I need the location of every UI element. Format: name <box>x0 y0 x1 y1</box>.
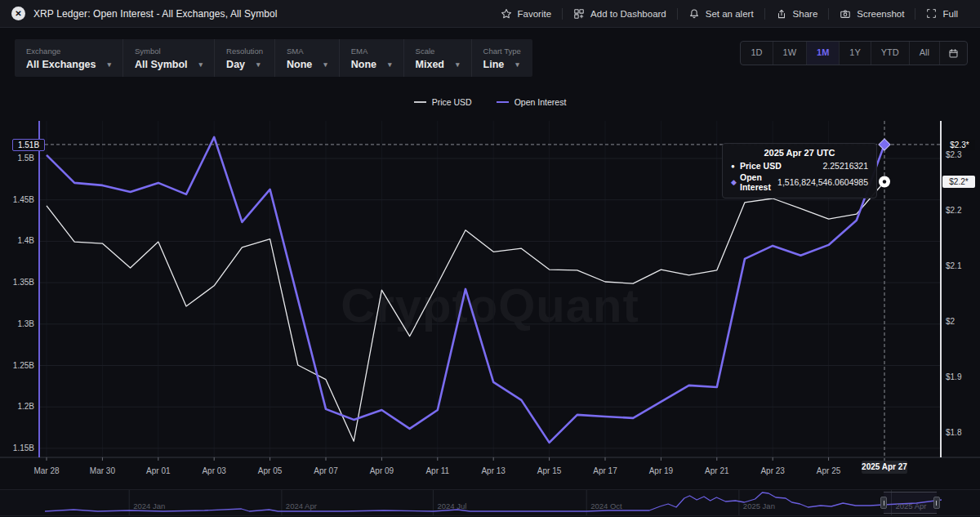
legend-price-usd-label: Price USD <box>432 97 472 107</box>
chevron-down-icon: ▾ <box>199 60 203 69</box>
x-axis-tick-label: Apr 05 <box>246 466 295 475</box>
fullscreen-icon <box>926 8 937 19</box>
symbol-dropdown[interactable]: Symbol All Symbol▾ <box>123 39 215 77</box>
fullscreen-button[interactable]: Full <box>915 8 969 19</box>
chart-settings-toolbar: Exchange All Exchanges▾ Symbol All Symbo… <box>15 39 532 77</box>
x-axis-tick-label: Mar 30 <box>78 466 127 475</box>
tooltip-price-label: Price USD <box>740 161 782 171</box>
range-navigator: 2024 Jan2024 Apr2024 Jul2024 Oct2025 Jan… <box>0 489 980 516</box>
x-axis: Mar 28Mar 30Apr 01Apr 03Apr 05Apr 07Apr … <box>0 466 980 478</box>
header-actions: Favorite Add to Dashboard Set an alert <box>490 8 969 20</box>
chart-legend: Price USD Open Interest <box>0 97 980 107</box>
range-navigator-track[interactable]: 2024 Jan2024 Apr2024 Jul2024 Oct2025 Jan… <box>45 490 942 515</box>
left-axis-tick-label: 1.2B <box>0 402 34 411</box>
right-axis-tick-label: $2 <box>946 317 978 326</box>
screenshot-label: Screenshot <box>857 9 904 19</box>
timeframe-all[interactable]: All <box>910 42 940 65</box>
chevron-down-icon: ▾ <box>323 60 327 69</box>
symbol-value: All Symbol <box>135 59 188 70</box>
open-interest-crosshair-badge: 1.51B <box>12 139 45 151</box>
timeframe-ytd[interactable]: YTD <box>871 42 910 65</box>
chevron-down-icon: ▾ <box>515 60 519 69</box>
sma-dropdown[interactable]: SMA None▾ <box>275 39 340 77</box>
timeframe-1m[interactable]: 1M <box>807 42 840 65</box>
chevron-down-icon: ▾ <box>456 60 460 69</box>
chart-tooltip: 2025 Apr 27 UTC ● Price USD 2.25216321 ◆… <box>722 143 877 198</box>
legend-price-usd[interactable]: Price USD <box>414 97 472 107</box>
cryptoquant-chart-page: ✕ XRP Ledger: Open Interest - All Exchan… <box>0 0 980 517</box>
sma-label: SMA <box>287 47 327 56</box>
page-title: XRP Ledger: Open Interest - All Exchange… <box>33 8 278 20</box>
share-icon <box>776 8 787 20</box>
chevron-down-icon: ▾ <box>256 60 261 69</box>
share-button[interactable]: Share <box>765 8 829 20</box>
left-axis-tick-label: 1.4B <box>0 236 34 245</box>
exchange-value: All Exchanges <box>26 59 96 70</box>
tooltip-open-interest-value: 1,516,824,546.0604985 <box>777 177 868 187</box>
x-axis-tick-label: Apr 19 <box>636 466 685 475</box>
left-axis-tick-label: 1.25B <box>0 361 34 370</box>
tooltip-date: 2025 Apr 27 UTC <box>731 148 868 158</box>
chart-canvas[interactable] <box>0 0 980 517</box>
x-axis-tick-label: Apr 07 <box>301 466 350 475</box>
timeframe-selector: 1D 1W 1M 1Y YTD All <box>740 41 968 65</box>
right-axis-tick-label: $2.2 <box>946 206 978 215</box>
cryptoquant-watermark: CryptoQuant <box>0 278 980 332</box>
x-axis-tick-label: Apr 23 <box>748 466 797 475</box>
fullscreen-label: Full <box>942 9 958 19</box>
x-axis-tick-label: Apr 09 <box>357 466 406 475</box>
right-axis-tick-label: $1.9 <box>946 372 978 381</box>
chart-type-dropdown[interactable]: Chart Type Line▾ <box>472 39 532 77</box>
ema-dropdown[interactable]: EMA None▾ <box>340 39 404 77</box>
scale-dropdown[interactable]: Scale Mixed▾ <box>404 39 472 77</box>
range-sparkline <box>45 490 942 515</box>
x-axis-tick-label: Apr 25 <box>804 466 853 475</box>
exchange-dropdown[interactable]: Exchange All Exchanges▾ <box>15 39 123 77</box>
tooltip-open-interest-label: Open Interest <box>740 172 777 192</box>
open-interest-diamond-icon: ◆ <box>731 178 740 186</box>
range-year-label: 2024 Oct <box>590 501 622 510</box>
add-to-dashboard-button[interactable]: Add to Dashboard <box>563 8 677 20</box>
legend-open-interest-label: Open Interest <box>514 97 567 107</box>
price-last-value-badge: $2.2* <box>942 176 975 188</box>
x-axis-tick-label: Mar 28 <box>22 466 71 475</box>
screenshot-button[interactable]: Screenshot <box>829 8 915 20</box>
set-alert-button[interactable]: Set an alert <box>678 8 764 20</box>
calendar-icon <box>948 48 959 59</box>
range-handle-left[interactable] <box>880 497 887 509</box>
right-axis-tick-label: $2.3 <box>946 150 978 159</box>
chart-type-label: Chart Type <box>483 47 521 56</box>
exchange-label: Exchange <box>26 47 111 56</box>
range-year-label: 2025 Jan <box>743 501 775 510</box>
left-axis-tick-label: 1.35B <box>0 278 34 287</box>
left-axis-tick-label: 1.15B <box>0 443 34 452</box>
chevron-down-icon: ▾ <box>388 60 392 69</box>
favorite-button[interactable]: Favorite <box>490 8 563 20</box>
resolution-dropdown[interactable]: Resolution Day▾ <box>215 39 275 77</box>
range-selection[interactable] <box>884 492 937 514</box>
range-year-label: 2024 Jul <box>437 501 466 510</box>
legend-open-interest[interactable]: Open Interest <box>497 97 567 107</box>
range-handle-right[interactable] <box>933 497 940 509</box>
favorite-label: Favorite <box>518 9 552 19</box>
right-axis-tick-label: $1.8 <box>946 428 978 437</box>
resolution-value: Day <box>226 59 245 70</box>
bell-icon <box>688 8 700 20</box>
x-axis-tick-label: Apr 01 <box>134 466 183 475</box>
share-label: Share <box>793 9 818 19</box>
star-icon <box>501 8 512 20</box>
right-axis-crosshair-badge: $2.3* <box>944 140 975 150</box>
ema-value: None <box>351 59 376 70</box>
x-axis-tick-label: Apr 17 <box>581 466 630 475</box>
price-line-swatch <box>414 101 426 103</box>
camera-icon <box>840 8 851 20</box>
tooltip-price-value: 2.25216321 <box>823 161 868 171</box>
timeframe-1y[interactable]: 1Y <box>840 42 871 65</box>
x-axis-tick-label: Apr 13 <box>469 466 518 475</box>
x-axis-tick-label: Apr 15 <box>525 466 574 475</box>
calendar-button[interactable] <box>940 42 967 65</box>
tooltip-price-row: ● Price USD 2.25216321 <box>731 161 868 171</box>
timeframe-1d[interactable]: 1D <box>741 42 773 65</box>
timeframe-1w[interactable]: 1W <box>773 42 808 65</box>
x-axis-tick-label: Apr 11 <box>413 466 462 475</box>
